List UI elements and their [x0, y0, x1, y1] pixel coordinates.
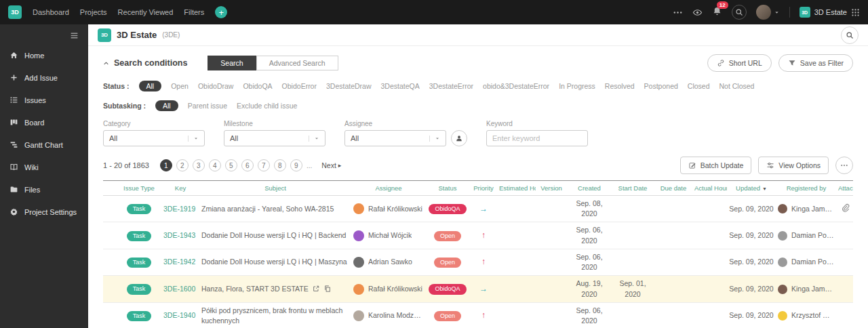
more-menu-icon[interactable] — [673, 7, 683, 18]
issue-subject-link[interactable]: Dodanie Doll House wersji LQ i HQ | Masz… — [201, 258, 347, 266]
tab-advanced-search[interactable]: Advanced Search — [256, 56, 338, 70]
status-filter-closed[interactable]: Closed — [688, 82, 710, 90]
notifications-button[interactable]: 12 — [712, 6, 722, 19]
user-menu[interactable] — [756, 5, 780, 20]
external-icon[interactable] — [312, 285, 320, 293]
more-options-button[interactable] — [835, 157, 853, 174]
app-logo[interactable]: 3D — [8, 5, 22, 19]
column-header-key[interactable]: Key — [161, 181, 199, 196]
column-header-attachment[interactable]: Attachment — [837, 181, 853, 196]
page-button-6[interactable]: 6 — [241, 159, 254, 171]
category-select[interactable]: All — [103, 130, 205, 146]
column-header-created[interactable]: Created — [567, 181, 612, 196]
column-header-due-date[interactable]: Due date — [654, 181, 693, 196]
global-search-button[interactable] — [732, 5, 747, 20]
issue-key-link[interactable]: 3DE-1600 — [163, 285, 195, 293]
issue-subject-link[interactable]: Półki pod prysznicem, brak frontu w mebl… — [201, 306, 342, 325]
tab-search[interactable]: Search — [208, 56, 256, 70]
sidebar-item-files[interactable]: Files — [0, 178, 88, 201]
paperclip-icon[interactable] — [841, 203, 850, 212]
search-conditions-toggle[interactable]: Search conditions — [103, 58, 187, 68]
status-filter-in-progress[interactable]: In Progress — [559, 82, 595, 90]
column-header-assignee[interactable]: Assignee — [351, 181, 426, 196]
page-button-3[interactable]: 3 — [193, 159, 205, 171]
column-header-version[interactable]: Version — [536, 181, 567, 196]
issue-subject-link[interactable]: Dodanie Doll House wersji LQ i HQ | Back… — [201, 231, 346, 239]
topbar-link-filters[interactable]: Filters — [184, 8, 204, 16]
issue-key-link[interactable]: 3DE-1940 — [163, 311, 195, 319]
topbar-link-projects[interactable]: Projects — [80, 8, 107, 16]
sidebar-collapse-button[interactable] — [0, 24, 88, 44]
sidebar-item-home[interactable]: Home — [0, 44, 88, 66]
sidebar-item-gantt-chart[interactable]: Gantt Chart — [0, 134, 88, 156]
status-filter-3destatedraw[interactable]: 3DestateDraw — [326, 82, 372, 90]
subtasking-filter-exclude-child-issue[interactable]: Exclude child issue — [237, 102, 297, 110]
topbar-link-recently-viewed[interactable]: Recently Viewed — [118, 8, 174, 16]
issue-subject-link[interactable]: Hanza, Flora, START 3D ESTATE — [201, 285, 309, 293]
page-button-2[interactable]: 2 — [176, 159, 189, 171]
status-filter-all[interactable]: All — [139, 81, 162, 91]
status-filter-not-closed[interactable]: Not Closed — [719, 82, 755, 90]
column-header-priority[interactable]: Priority — [469, 181, 498, 196]
page-button-1[interactable]: 1 — [160, 159, 172, 171]
status-filter-obido-3destateerror[interactable]: obido&3DestateError — [483, 82, 549, 90]
project-search-button[interactable] — [841, 26, 859, 44]
issue-type-badge: Task — [127, 311, 152, 321]
global-add-button[interactable]: + — [215, 6, 227, 18]
updated-cell: Sep. 09, 2020 — [727, 302, 776, 328]
page-button-5[interactable]: 5 — [225, 159, 237, 171]
sidebar-item-wiki[interactable]: Wiki — [0, 156, 88, 178]
workspace-switcher[interactable]: 3D 3D Estate — [789, 7, 860, 18]
page-button-8[interactable]: 8 — [274, 159, 286, 171]
issue-key-link[interactable]: 3DE-1942 — [163, 258, 195, 266]
subtasking-filter-parent-issue[interactable]: Parent issue — [188, 102, 227, 110]
copy-icon[interactable] — [323, 285, 332, 293]
sidebar-item-issues[interactable]: Issues — [0, 89, 88, 111]
milestone-select[interactable]: All — [224, 130, 326, 146]
page-button-9[interactable]: 9 — [290, 159, 302, 171]
status-filter-resolved[interactable]: Resolved — [605, 82, 635, 90]
status-filter-open[interactable]: Open — [171, 82, 189, 90]
issue-row[interactable]: Task3DE-1919Zmiana aranżacji - Yareal, S… — [103, 196, 853, 222]
actual-hours-cell — [693, 249, 727, 275]
next-page-button[interactable]: Next▸ — [321, 161, 341, 169]
page-button-4[interactable]: 4 — [209, 159, 221, 171]
batch-update-button[interactable]: Batch Update — [680, 157, 752, 174]
issue-key-link[interactable]: 3DE-1919 — [163, 205, 195, 213]
assign-to-me-button[interactable] — [451, 130, 467, 146]
column-header-start-date[interactable]: Start Date — [612, 181, 654, 196]
column-header-actual-hours[interactable]: Actual Hours — [693, 181, 727, 196]
subject-cell: Dodanie Doll House wersji LQ i HQ | Back… — [199, 222, 351, 249]
page-button-7[interactable]: 7 — [258, 159, 270, 171]
column-header-subject[interactable]: Subject — [199, 181, 351, 196]
status-filter-3destateqa[interactable]: 3DestateQA — [381, 82, 420, 90]
column-header-estimated-hours[interactable]: Estimated Hours — [498, 181, 536, 196]
topbar-link-dashboard[interactable]: Dashboard — [33, 8, 69, 16]
issue-row[interactable]: Task3DE-1943Dodanie Doll House wersji LQ… — [103, 222, 853, 249]
column-header-issue-type[interactable]: Issue Type — [117, 181, 161, 196]
subtasking-filter-all[interactable]: All — [155, 100, 178, 111]
issue-row[interactable]: Task3DE-1942Dodanie Doll House wersji LQ… — [103, 249, 853, 275]
column-header-status[interactable]: Status — [426, 181, 469, 196]
button-save-as-filter[interactable]: Save as Filter — [778, 54, 853, 72]
status-filter-postponed[interactable]: Postponed — [644, 82, 678, 90]
sidebar-item-add-issue[interactable]: Add Issue — [0, 66, 88, 89]
status-filter-obidoqa[interactable]: ObidoQA — [243, 82, 272, 90]
sidebar-item-project-settings[interactable]: Project Settings — [0, 201, 88, 223]
issue-row[interactable]: Task3DE-1940Półki pod prysznicem, brak f… — [103, 302, 853, 328]
issue-row[interactable]: Task3DE-1600Hanza, Flora, START 3D ESTAT… — [103, 276, 853, 302]
eye-icon[interactable] — [692, 7, 703, 18]
status-filter-obidodraw[interactable]: ObidoDraw — [198, 82, 234, 90]
keyword-input[interactable] — [486, 130, 588, 146]
column-header-updated[interactable]: Updated▼ — [727, 181, 776, 196]
sidebar-item-board[interactable]: Board — [0, 111, 88, 134]
project-name[interactable]: 3D Estate — [117, 30, 157, 40]
button-short-url[interactable]: Short URL — [707, 54, 772, 72]
assignee-select[interactable]: All — [344, 130, 446, 146]
issue-key-link[interactable]: 3DE-1943 — [163, 231, 195, 239]
status-filter-3destateerror[interactable]: 3DestateError — [429, 82, 473, 90]
status-filter-obidoerror[interactable]: ObidoError — [282, 82, 317, 90]
issue-subject-link[interactable]: Zmiana aranżacji - Yareal, Soho WA-2815 — [201, 205, 334, 213]
view-options-button[interactable]: View Options — [758, 157, 829, 174]
column-header-registered-by[interactable]: Registered by — [776, 181, 837, 196]
